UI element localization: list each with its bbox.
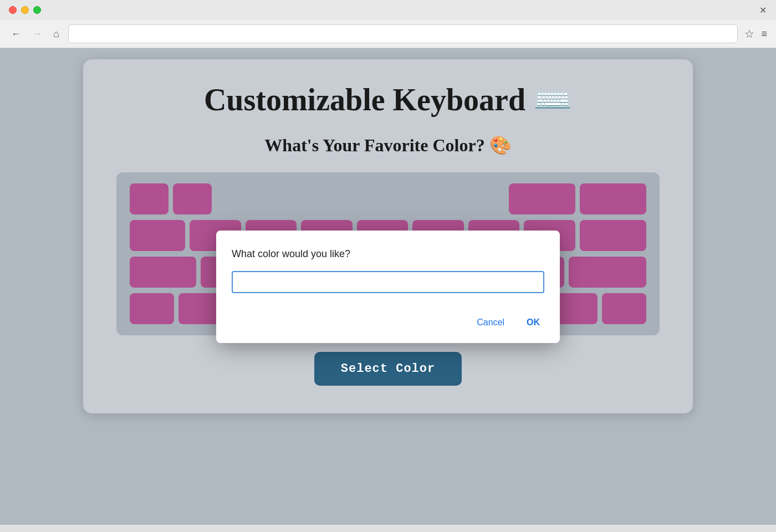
page-content: Customizable Keyboard ⌨️ What's Your Fav… — [0, 48, 776, 525]
modal-footer: Cancel OK — [216, 304, 560, 343]
maximize-traffic-light[interactable] — [33, 6, 41, 14]
modal-ok-button[interactable]: OK — [520, 313, 547, 332]
menu-button[interactable]: ≡ — [761, 29, 767, 39]
bookmark-button[interactable]: ☆ — [744, 27, 754, 40]
browser-chrome: ✕ ← → ⌂ ☆ ≡ — [0, 0, 776, 48]
modal-body: What color would you like? — [216, 231, 560, 304]
modal-dialog: What color would you like? Cancel OK — [216, 231, 560, 343]
modal-color-input[interactable] — [232, 271, 544, 293]
modal-question: What color would you like? — [232, 248, 544, 260]
home-button[interactable]: ⌂ — [51, 27, 62, 41]
window-close-button[interactable]: ✕ — [758, 6, 767, 14]
address-input[interactable] — [68, 24, 738, 43]
back-button[interactable]: ← — [9, 27, 23, 41]
modal-cancel-button[interactable]: Cancel — [470, 313, 511, 332]
modal-overlay: What color would you like? Cancel OK — [0, 48, 776, 525]
forward-button[interactable]: → — [30, 27, 44, 41]
minimize-traffic-light[interactable] — [21, 6, 29, 14]
nav-bar: ← → ⌂ ☆ ≡ — [0, 20, 776, 48]
title-bar: ✕ — [0, 0, 776, 20]
close-traffic-light[interactable] — [9, 6, 17, 14]
